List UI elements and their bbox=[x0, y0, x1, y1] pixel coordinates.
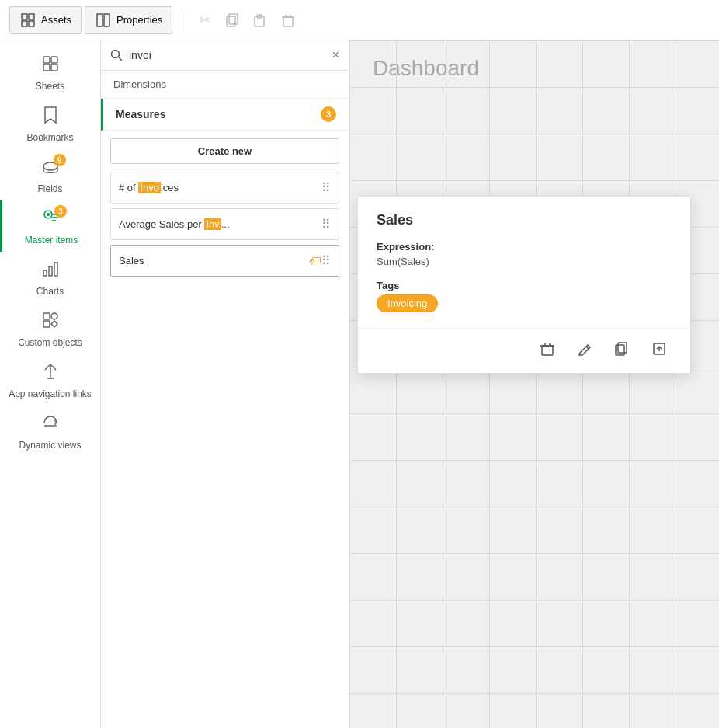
svg-rect-4 bbox=[97, 14, 102, 26]
measures-count-badge: 3 bbox=[321, 106, 336, 122]
measure-highlight-2: Inv bbox=[204, 218, 221, 230]
measure-item-sales-left: Sales bbox=[119, 255, 309, 266]
measure-drag-icon-3[interactable]: ⠿ bbox=[321, 253, 331, 268]
svg-rect-15 bbox=[51, 57, 57, 63]
popup-title: Sales bbox=[377, 212, 672, 228]
popup-edit-button[interactable] bbox=[572, 338, 597, 364]
svg-rect-40 bbox=[618, 343, 627, 353]
svg-point-22 bbox=[47, 213, 50, 216]
bookmarks-icon bbox=[42, 106, 59, 129]
sidebar-item-bookmarks[interactable]: Bookmarks bbox=[0, 98, 100, 149]
toolbar: Assets Properties ✂ bbox=[0, 0, 719, 40]
popup-tags-row: Invoicing bbox=[377, 294, 672, 312]
sheets-label: Sheets bbox=[36, 81, 64, 92]
fields-icon: 9 bbox=[41, 157, 60, 180]
copy-button[interactable] bbox=[220, 8, 245, 33]
popup-expression-value: Sum(Sales) bbox=[377, 256, 672, 267]
sidebar-item-charts[interactable]: Charts bbox=[0, 252, 100, 303]
svg-rect-35 bbox=[542, 346, 553, 355]
delete-button[interactable] bbox=[276, 8, 300, 33]
sheets-icon bbox=[41, 54, 60, 78]
properties-label: Properties bbox=[116, 14, 162, 26]
search-icon bbox=[110, 49, 123, 61]
cut-button[interactable]: ✂ bbox=[192, 8, 217, 33]
paste-icon bbox=[253, 13, 267, 27]
delete-icon bbox=[281, 13, 295, 27]
dynamic-views-icon bbox=[41, 413, 60, 437]
custom-objects-icon bbox=[41, 311, 60, 334]
sidebar-item-custom-objects[interactable]: Custom objects bbox=[0, 303, 100, 354]
copy-icon bbox=[225, 13, 239, 27]
fields-badge: 9 bbox=[54, 154, 66, 166]
measure-item-avg-sales-left: Average Sales per Inv... bbox=[119, 218, 321, 230]
bookmarks-label: Bookmarks bbox=[26, 132, 73, 143]
search-input[interactable] bbox=[129, 49, 326, 61]
charts-label: Charts bbox=[36, 286, 64, 297]
assets-label: Assets bbox=[41, 14, 71, 26]
popup-duplicate-button[interactable] bbox=[610, 338, 634, 364]
popup-delete-icon bbox=[540, 341, 555, 357]
svg-point-30 bbox=[51, 313, 57, 319]
master-items-label: Master items bbox=[25, 235, 78, 246]
svg-rect-10 bbox=[283, 17, 293, 26]
svg-rect-31 bbox=[43, 321, 50, 327]
measures-header[interactable]: Measures 3 bbox=[101, 99, 349, 131]
app-nav-label: App navigation links bbox=[5, 388, 95, 399]
measure-item-invoices-name: # of Invoices bbox=[119, 182, 179, 193]
popup-export-button[interactable] bbox=[647, 338, 672, 364]
measure-item-sales-name: Sales bbox=[119, 255, 144, 266]
search-clear-button[interactable]: × bbox=[332, 48, 339, 62]
popup-edit-icon bbox=[577, 341, 592, 357]
svg-rect-7 bbox=[227, 16, 235, 26]
measures-label: Measures bbox=[116, 108, 166, 120]
measure-list: # of Invoices ⠿ Average Sales per Inv...… bbox=[101, 172, 349, 281]
svg-rect-0 bbox=[22, 14, 27, 19]
svg-rect-17 bbox=[51, 64, 57, 71]
svg-rect-16 bbox=[43, 64, 50, 71]
popup-tags-label: Tags bbox=[377, 280, 672, 291]
measure-highlight-1: Invo bbox=[138, 182, 161, 193]
measure-item-invoices-left: # of Invoices bbox=[119, 182, 321, 193]
paste-button[interactable] bbox=[248, 8, 273, 33]
popup-card: Sales Expression: Sum(Sales) Tags Invoic… bbox=[357, 196, 691, 374]
measure-item-sales[interactable]: Sales 🏷 ⠿ bbox=[110, 245, 339, 277]
measure-item-invoices[interactable]: # of Invoices ⠿ bbox=[110, 172, 339, 204]
measure-drag-icon-1[interactable]: ⠿ bbox=[321, 180, 331, 195]
svg-rect-41 bbox=[616, 345, 624, 355]
dashboard-grid bbox=[349, 40, 719, 728]
dashboard-area: Dashboard Sales Expression: Sum(Sales) T… bbox=[349, 40, 719, 728]
svg-rect-28 bbox=[54, 263, 57, 276]
svg-rect-1 bbox=[29, 14, 34, 19]
dimensions-label: Dimensions bbox=[113, 78, 166, 90]
svg-rect-2 bbox=[22, 21, 27, 26]
popup-export-icon bbox=[651, 341, 667, 357]
popup-delete-button[interactable] bbox=[535, 338, 560, 364]
create-new-button[interactable]: Create new bbox=[110, 138, 339, 164]
properties-icon bbox=[95, 12, 112, 29]
assets-icon bbox=[19, 12, 36, 29]
master-items-badge: 3 bbox=[54, 205, 67, 218]
sidebar-item-master-items[interactable]: 3 Master items bbox=[0, 200, 100, 252]
master-items-icon: 3 bbox=[42, 208, 61, 232]
sidebar-item-app-nav[interactable]: App navigation links bbox=[0, 354, 100, 406]
charts-icon bbox=[41, 260, 60, 283]
dimensions-header[interactable]: Dimensions bbox=[101, 71, 349, 99]
svg-rect-6 bbox=[229, 14, 238, 24]
main-layout: Sheets Bookmarks 9 Fields bbox=[0, 40, 719, 728]
svg-rect-14 bbox=[43, 57, 50, 63]
svg-rect-27 bbox=[49, 266, 52, 276]
measure-item-avg-sales[interactable]: Average Sales per Inv... ⠿ bbox=[110, 208, 339, 240]
sidebar-item-fields[interactable]: 9 Fields bbox=[0, 149, 100, 200]
popup-duplicate-icon bbox=[614, 341, 630, 357]
assets-panel: × Dimensions Measures 3 Create new # of … bbox=[101, 40, 349, 728]
assets-button[interactable]: Assets bbox=[9, 6, 82, 34]
sidebar-item-sheets[interactable]: Sheets bbox=[0, 47, 100, 98]
svg-line-34 bbox=[119, 57, 122, 61]
measure-drag-icon-2[interactable]: ⠿ bbox=[321, 217, 331, 232]
custom-objects-label: Custom objects bbox=[18, 337, 82, 348]
search-bar: × bbox=[101, 40, 349, 71]
svg-rect-26 bbox=[43, 270, 47, 276]
properties-button[interactable]: Properties bbox=[85, 6, 172, 34]
measure-item-avg-sales-name: Average Sales per Inv... bbox=[119, 218, 230, 230]
sidebar-item-dynamic-views[interactable]: Dynamic views bbox=[0, 406, 100, 457]
